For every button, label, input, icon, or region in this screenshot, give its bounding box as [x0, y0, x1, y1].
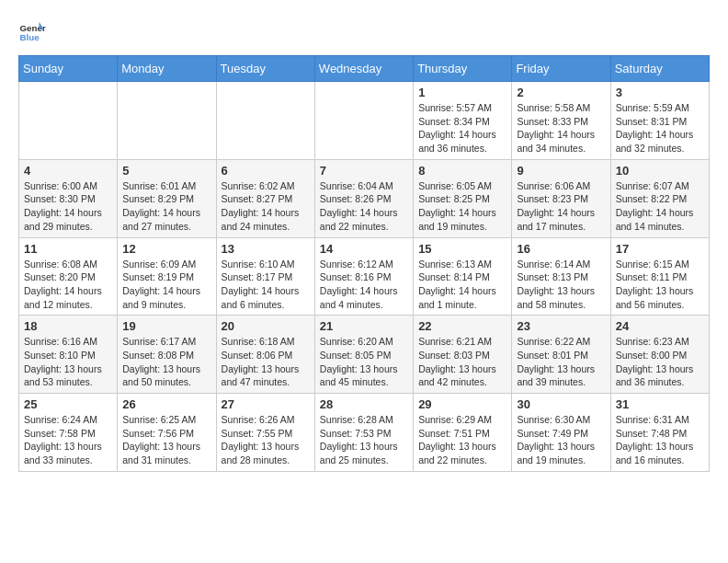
day-number: 11 [24, 242, 112, 256]
day-number: 22 [418, 319, 506, 333]
day-info: Sunrise: 6:06 AM Sunset: 8:23 PM Dayligh… [517, 179, 605, 234]
day-number: 17 [616, 242, 704, 256]
calendar-cell: 30Sunrise: 6:30 AM Sunset: 7:49 PM Dayli… [512, 394, 610, 472]
svg-text:Blue: Blue [20, 32, 40, 42]
day-info: Sunrise: 6:16 AM Sunset: 8:10 PM Dayligh… [24, 335, 112, 389]
day-number: 6 [222, 164, 310, 178]
day-info: Sunrise: 6:04 AM Sunset: 8:26 PM Dayligh… [320, 179, 408, 234]
day-number: 15 [418, 242, 506, 256]
day-number: 28 [320, 397, 408, 411]
day-info: Sunrise: 6:13 AM Sunset: 8:14 PM Dayligh… [418, 258, 506, 312]
day-info: Sunrise: 6:28 AM Sunset: 7:53 PM Dayligh… [320, 413, 408, 467]
day-info: Sunrise: 6:20 AM Sunset: 8:05 PM Dayligh… [320, 335, 408, 389]
column-header-sunday: Sunday [19, 56, 118, 82]
column-header-monday: Monday [118, 56, 216, 82]
day-number: 16 [517, 242, 605, 256]
day-info: Sunrise: 6:30 AM Sunset: 7:49 PM Dayligh… [517, 413, 605, 467]
week-row-4: 18Sunrise: 6:16 AM Sunset: 8:10 PM Dayli… [19, 316, 710, 394]
week-row-1: 1Sunrise: 5:57 AM Sunset: 8:34 PM Daylig… [19, 82, 710, 160]
calendar-cell: 7Sunrise: 6:04 AM Sunset: 8:26 PM Daylig… [314, 159, 413, 237]
calendar-cell: 16Sunrise: 6:14 AM Sunset: 8:13 PM Dayli… [512, 237, 610, 316]
day-number: 29 [418, 397, 506, 411]
day-number: 10 [616, 164, 704, 178]
day-info: Sunrise: 6:31 AM Sunset: 7:48 PM Dayligh… [616, 413, 704, 467]
calendar-cell: 24Sunrise: 6:23 AM Sunset: 8:00 PM Dayli… [610, 316, 709, 394]
day-info: Sunrise: 6:25 AM Sunset: 7:56 PM Dayligh… [122, 413, 210, 467]
day-number: 4 [24, 164, 112, 178]
calendar-table: SundayMondayTuesdayWednesdayThursdayFrid… [18, 55, 710, 472]
day-number: 3 [616, 86, 704, 99]
calendar-cell [118, 82, 216, 160]
header-row: SundayMondayTuesdayWednesdayThursdayFrid… [19, 56, 710, 82]
day-number: 25 [24, 397, 112, 411]
column-header-saturday: Saturday [610, 56, 709, 82]
calendar-cell: 25Sunrise: 6:24 AM Sunset: 7:58 PM Dayli… [19, 394, 118, 472]
day-info: Sunrise: 6:22 AM Sunset: 8:01 PM Dayligh… [517, 335, 605, 389]
day-info: Sunrise: 6:02 AM Sunset: 8:27 PM Dayligh… [222, 179, 310, 234]
calendar-cell: 12Sunrise: 6:09 AM Sunset: 8:19 PM Dayli… [118, 237, 216, 316]
calendar-cell: 31Sunrise: 6:31 AM Sunset: 7:48 PM Dayli… [610, 394, 709, 472]
column-header-tuesday: Tuesday [216, 56, 314, 82]
day-number: 23 [517, 319, 605, 333]
day-info: Sunrise: 6:21 AM Sunset: 8:03 PM Dayligh… [418, 335, 506, 389]
calendar-cell: 3Sunrise: 5:59 AM Sunset: 8:31 PM Daylig… [610, 82, 709, 160]
calendar-cell: 8Sunrise: 6:05 AM Sunset: 8:25 PM Daylig… [414, 159, 512, 237]
page-header: General Blue [18, 18, 710, 46]
day-number: 21 [320, 319, 408, 333]
calendar-cell: 15Sunrise: 6:13 AM Sunset: 8:14 PM Dayli… [414, 237, 512, 316]
calendar-cell [216, 82, 314, 160]
logo-icon: General Blue [18, 18, 46, 46]
calendar-cell: 6Sunrise: 6:02 AM Sunset: 8:27 PM Daylig… [216, 159, 314, 237]
day-info: Sunrise: 6:00 AM Sunset: 8:30 PM Dayligh… [24, 179, 112, 234]
calendar-cell: 17Sunrise: 6:15 AM Sunset: 8:11 PM Dayli… [610, 237, 709, 316]
day-number: 31 [616, 397, 704, 411]
week-row-2: 4Sunrise: 6:00 AM Sunset: 8:30 PM Daylig… [19, 159, 710, 237]
day-info: Sunrise: 6:26 AM Sunset: 7:55 PM Dayligh… [222, 413, 310, 467]
calendar-cell: 2Sunrise: 5:58 AM Sunset: 8:33 PM Daylig… [512, 82, 610, 160]
day-info: Sunrise: 6:29 AM Sunset: 7:51 PM Dayligh… [418, 413, 506, 467]
day-info: Sunrise: 6:07 AM Sunset: 8:22 PM Dayligh… [616, 179, 704, 234]
column-header-thursday: Thursday [414, 56, 512, 82]
day-info: Sunrise: 5:57 AM Sunset: 8:34 PM Dayligh… [418, 101, 506, 155]
day-number: 20 [222, 319, 310, 333]
day-info: Sunrise: 6:12 AM Sunset: 8:16 PM Dayligh… [320, 258, 408, 312]
day-number: 27 [222, 397, 310, 411]
calendar-cell: 21Sunrise: 6:20 AM Sunset: 8:05 PM Dayli… [314, 316, 413, 394]
calendar-cell: 28Sunrise: 6:28 AM Sunset: 7:53 PM Dayli… [314, 394, 413, 472]
day-info: Sunrise: 6:09 AM Sunset: 8:19 PM Dayligh… [122, 258, 210, 312]
day-number: 18 [24, 319, 112, 333]
day-info: Sunrise: 6:08 AM Sunset: 8:20 PM Dayligh… [24, 258, 112, 312]
calendar-cell: 9Sunrise: 6:06 AM Sunset: 8:23 PM Daylig… [512, 159, 610, 237]
calendar-cell: 11Sunrise: 6:08 AM Sunset: 8:20 PM Dayli… [19, 237, 118, 316]
logo: General Blue [18, 18, 50, 46]
calendar-cell: 4Sunrise: 6:00 AM Sunset: 8:30 PM Daylig… [19, 159, 118, 237]
day-number: 26 [122, 397, 210, 411]
calendar-cell: 27Sunrise: 6:26 AM Sunset: 7:55 PM Dayli… [216, 394, 314, 472]
calendar-cell: 14Sunrise: 6:12 AM Sunset: 8:16 PM Dayli… [314, 237, 413, 316]
day-info: Sunrise: 6:17 AM Sunset: 8:08 PM Dayligh… [122, 335, 210, 389]
calendar-cell: 10Sunrise: 6:07 AM Sunset: 8:22 PM Dayli… [610, 159, 709, 237]
calendar-cell: 29Sunrise: 6:29 AM Sunset: 7:51 PM Dayli… [414, 394, 512, 472]
day-info: Sunrise: 6:15 AM Sunset: 8:11 PM Dayligh… [616, 258, 704, 312]
calendar-cell: 22Sunrise: 6:21 AM Sunset: 8:03 PM Dayli… [414, 316, 512, 394]
day-info: Sunrise: 6:18 AM Sunset: 8:06 PM Dayligh… [222, 335, 310, 389]
column-header-friday: Friday [512, 56, 610, 82]
day-number: 5 [122, 164, 210, 178]
day-number: 24 [616, 319, 704, 333]
day-info: Sunrise: 5:59 AM Sunset: 8:31 PM Dayligh… [616, 101, 704, 155]
day-number: 2 [517, 86, 605, 99]
day-number: 1 [418, 86, 506, 99]
calendar-cell: 18Sunrise: 6:16 AM Sunset: 8:10 PM Dayli… [19, 316, 118, 394]
week-row-3: 11Sunrise: 6:08 AM Sunset: 8:20 PM Dayli… [19, 237, 710, 316]
column-header-wednesday: Wednesday [314, 56, 413, 82]
day-number: 14 [320, 242, 408, 256]
day-number: 30 [517, 397, 605, 411]
day-info: Sunrise: 6:01 AM Sunset: 8:29 PM Dayligh… [122, 179, 210, 234]
calendar-cell [314, 82, 413, 160]
week-row-5: 25Sunrise: 6:24 AM Sunset: 7:58 PM Dayli… [19, 394, 710, 472]
day-info: Sunrise: 6:23 AM Sunset: 8:00 PM Dayligh… [616, 335, 704, 389]
day-info: Sunrise: 6:05 AM Sunset: 8:25 PM Dayligh… [418, 179, 506, 234]
calendar-cell: 5Sunrise: 6:01 AM Sunset: 8:29 PM Daylig… [118, 159, 216, 237]
calendar-cell: 1Sunrise: 5:57 AM Sunset: 8:34 PM Daylig… [414, 82, 512, 160]
day-number: 9 [517, 164, 605, 178]
